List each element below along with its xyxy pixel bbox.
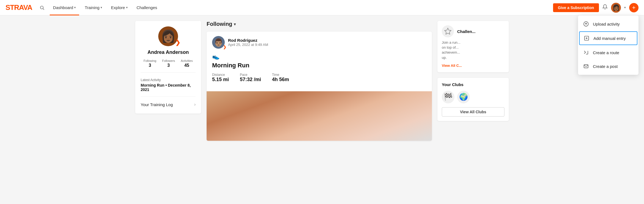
- feed-filter-button[interactable]: Following ▾: [207, 21, 236, 27]
- activity-card-header: 👨🏽 ❯ Rod Rodríguez April 25, 2022 at 9:4…: [207, 32, 432, 53]
- navbar: STRAVA Dashboard ▾ Training ▾ Explore ▾ …: [0, 0, 644, 15]
- manual-icon: [583, 35, 590, 42]
- dropdown-post-label: Create a post: [593, 64, 618, 69]
- activity-title[interactable]: Morning Run: [212, 62, 426, 69]
- activity-avatar-badge: ❯: [223, 45, 226, 49]
- nav-item-training[interactable]: Training ▾: [81, 0, 106, 15]
- stat-pace: Pace 57:32 /mi: [240, 73, 261, 82]
- nav-item-challenges[interactable]: Challenges: [133, 0, 160, 15]
- dropdown-item-post[interactable]: Create a post: [578, 59, 639, 73]
- svg-marker-2: [445, 28, 451, 34]
- activity-card: 👨🏽 ❯ Rod Rodríguez April 25, 2022 at 9:4…: [207, 32, 432, 141]
- activity-user-name[interactable]: Rod Rodríguez: [228, 38, 268, 43]
- nav-item-label: Dashboard: [53, 5, 73, 10]
- stat-pace-value: 57:32 /mi: [240, 77, 261, 82]
- activity-stats: Distance 5.15 mi Pace 57:32 /mi Time 4h …: [212, 73, 426, 82]
- stat-time-label: Time: [272, 73, 289, 77]
- feed-header: Following ▾: [207, 21, 432, 27]
- dropdown-manual-label: Add manual entry: [593, 36, 626, 41]
- dropdown-upload-label: Upload activity: [593, 22, 620, 26]
- user-avatar-nav[interactable]: 👩🏾: [611, 3, 621, 13]
- feed-filter-label: Following: [207, 21, 232, 27]
- stat-distance: Distance 5.15 mi: [212, 73, 229, 82]
- stat-distance-label: Distance: [212, 73, 229, 77]
- latest-activity: Latest Activity Morning Run • December 8…: [141, 78, 196, 97]
- stat-time: Time 4h 56m: [272, 73, 289, 82]
- chevron-down-icon: ▾: [126, 6, 128, 9]
- stat-following[interactable]: Following 3: [144, 59, 156, 68]
- give-subscription-button[interactable]: Give a Subscription: [553, 3, 599, 12]
- feed-area: Following ▾ 👨🏽 ❯ Rod Rodríguez April 25,…: [207, 21, 432, 141]
- stat-followers[interactable]: Followers 3: [162, 59, 175, 68]
- stat-activities-label: Activities: [181, 59, 193, 62]
- challenge-header: Challen...: [442, 25, 504, 37]
- right-sidebar: Challen... Join a run...on top of...achi…: [437, 21, 509, 141]
- stat-time-value: 4h 56m: [272, 77, 289, 82]
- left-sidebar: 👩🏾 ❯ Andrea Anderson Following 3 Followe…: [135, 21, 201, 141]
- challenge-icon: [442, 25, 454, 37]
- dropdown-item-manual[interactable]: Add manual entry: [579, 31, 637, 45]
- profile-avatar-wrap: 👩🏾 ❯: [158, 26, 178, 46]
- nav-item-label: Training: [85, 5, 99, 10]
- challenge-title: Challen...: [457, 29, 476, 34]
- activity-image: [207, 91, 432, 141]
- stat-followers-value: 3: [162, 63, 175, 68]
- navbar-right: Give a Subscription 👩🏾 ▾ +: [553, 3, 639, 13]
- nav-item-label: Challenges: [137, 5, 157, 10]
- svg-point-0: [40, 6, 43, 9]
- arrow-right-icon: ›: [194, 102, 196, 107]
- dropdown-route-label: Create a route: [593, 50, 619, 55]
- profile-name: Andrea Anderson: [141, 49, 196, 55]
- training-log-link[interactable]: Your Training Log ›: [141, 101, 196, 108]
- clubs-title: Your Clubs: [442, 82, 504, 87]
- activity-type-icon: 👟: [212, 53, 426, 60]
- stat-followers-label: Followers: [162, 59, 175, 62]
- dropdown-item-route[interactable]: Create a route: [578, 46, 639, 59]
- nav-item-dashboard[interactable]: Dashboard ▾: [50, 0, 79, 15]
- strava-logo: STRAVA: [5, 3, 32, 12]
- challenge-text: Join a run...on top of...achievem...up.: [442, 40, 504, 60]
- upload-icon: [582, 20, 590, 27]
- stat-pace-label: Pace: [240, 73, 261, 77]
- profile-stats: Following 3 Followers 3 Activities 45: [141, 59, 196, 73]
- view-all-clubs-button[interactable]: View All Clubs: [442, 107, 504, 117]
- nav-item-label: Explore: [111, 5, 125, 10]
- view-all-challenges-link[interactable]: View All C...: [442, 64, 462, 68]
- feed-filter-chevron-icon: ▾: [234, 22, 236, 26]
- search-icon[interactable]: [38, 3, 46, 12]
- main-content: 👩🏾 ❯ Andrea Anderson Following 3 Followe…: [130, 15, 514, 146]
- chevron-down-icon: ▾: [101, 6, 102, 9]
- strava-chevron-badge: ❯: [175, 39, 180, 46]
- nav-item-explore[interactable]: Explore ▾: [108, 0, 131, 15]
- latest-activity-label: Latest Activity: [141, 78, 196, 82]
- clubs-icons: 🏁 🌍: [442, 91, 504, 103]
- club-icon-racing[interactable]: 🏁: [442, 91, 454, 103]
- stat-distance-value: 5.15 mi: [212, 77, 229, 82]
- activity-user-avatar[interactable]: 👨🏽 ❯: [212, 36, 225, 49]
- training-log-label: Your Training Log: [141, 102, 173, 107]
- navbar-left: STRAVA Dashboard ▾ Training ▾ Explore ▾ …: [5, 0, 160, 15]
- dropdown-menu: Upload activity Add manual entry Create …: [578, 15, 639, 75]
- post-icon: [582, 63, 590, 70]
- stat-following-label: Following: [144, 59, 156, 62]
- club-icon-globe[interactable]: 🌍: [457, 91, 470, 103]
- challenge-card: Challen... Join a run...on top of...achi…: [437, 21, 509, 72]
- activity-card-body: 👟 Morning Run Distance 5.15 mi Pace 57:3…: [207, 53, 432, 91]
- dropdown-item-upload[interactable]: Upload activity: [578, 17, 639, 31]
- profile-card: 👩🏾 ❯ Andrea Anderson Following 3 Followe…: [135, 21, 201, 114]
- user-menu-chevron-icon[interactable]: ▾: [624, 6, 626, 9]
- stat-activities[interactable]: Activities 45: [181, 59, 193, 68]
- clubs-card: Your Clubs 🏁 🌍 View All Clubs: [437, 78, 509, 121]
- svg-line-1: [43, 9, 44, 10]
- stat-following-value: 3: [144, 63, 156, 68]
- activity-date: April 25, 2022 at 9:49 AM: [228, 43, 268, 47]
- latest-activity-value: Morning Run • December 8, 2021: [141, 83, 196, 92]
- add-activity-button[interactable]: +: [629, 3, 639, 12]
- bell-icon[interactable]: [602, 4, 608, 11]
- stat-activities-value: 45: [181, 63, 193, 68]
- activity-user-info: Rod Rodríguez April 25, 2022 at 9:49 AM: [228, 38, 268, 47]
- route-icon: [582, 49, 590, 56]
- chevron-down-icon: ▾: [74, 6, 76, 9]
